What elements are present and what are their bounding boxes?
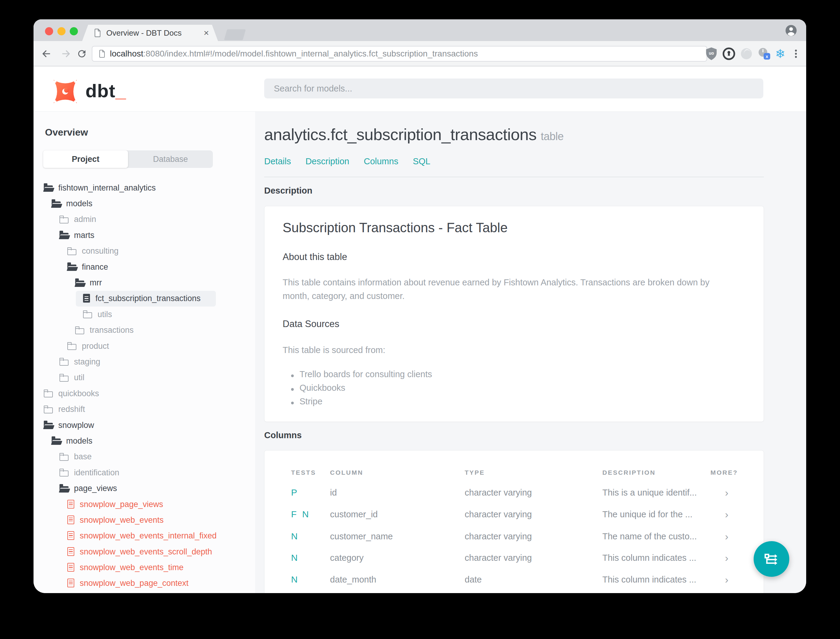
tree-item-base[interactable]: base — [33, 449, 255, 465]
url-bar[interactable]: localhost:8080/index.html#!/model/model.… — [92, 46, 707, 62]
dbt-logo[interactable]: dbt_ — [52, 78, 126, 105]
tree-item-fct_subscription_transactions[interactable]: fct_subscription_transactions — [76, 291, 216, 307]
tree-item-snowplow_web_page_context[interactable]: snowplow_web_page_context — [33, 575, 255, 591]
folder-open-icon — [52, 202, 61, 208]
model-file-red-icon — [67, 531, 74, 540]
folder-closed-icon — [75, 328, 84, 334]
tree-item-utils[interactable]: utils — [33, 307, 255, 322]
browser-window: Overview - DBT Docs × — [33, 19, 806, 593]
power-extension-icon[interactable]: x — [757, 46, 771, 61]
nav-columns[interactable]: Columns — [364, 156, 398, 166]
tree-item-fishtown_internal_analytics[interactable]: fishtown_internal_analytics — [33, 180, 255, 196]
tree-item-mrr[interactable]: mrr — [33, 275, 255, 291]
ublock-origin-icon[interactable]: uo — [704, 46, 719, 61]
column-description: The name of the custo... — [602, 530, 710, 542]
sidebar-overview-link[interactable]: Overview — [45, 127, 88, 138]
col-header-column: COLUMN — [330, 469, 465, 476]
svg-text:x: x — [766, 54, 769, 59]
folder-closed-icon — [83, 312, 92, 318]
tree-item-finance[interactable]: finance — [33, 259, 255, 275]
column-type: character varying — [465, 530, 602, 542]
expand-chevron-icon[interactable]: › — [710, 508, 751, 520]
tree-item-marts[interactable]: marts — [33, 227, 255, 243]
lineage-graph-button[interactable] — [754, 541, 789, 577]
tree-item-snowplow[interactable]: snowplow — [33, 417, 255, 433]
model-nav: Details Description Columns SQL — [264, 156, 806, 166]
forward-arrow-icon — [60, 48, 72, 59]
new-tab-button[interactable] — [224, 29, 246, 40]
tree-item-page_views[interactable]: page_views — [33, 480, 255, 496]
content-area: Overview Project Database fishtown_inter… — [33, 112, 806, 593]
zoom-window-button[interactable] — [70, 27, 78, 35]
column-description: The unique id for the ... — [602, 508, 710, 520]
about-heading: About this table — [283, 251, 347, 262]
tests-badge: N — [291, 574, 330, 585]
folder-open-icon — [75, 281, 84, 287]
column-description: This column indicates ... — [602, 552, 710, 564]
back-button[interactable] — [40, 48, 52, 60]
snowflake-extension-icon[interactable]: ❄ — [773, 46, 788, 61]
tests-badge: P — [291, 486, 330, 499]
browser-tab[interactable]: Overview - DBT Docs × — [82, 25, 218, 41]
tree-item-snowplow_page_views[interactable]: snowplow_page_views — [33, 496, 255, 512]
tree-item-snowplow_web_events[interactable]: snowplow_web_events — [33, 512, 255, 528]
tree-item-consulting[interactable]: consulting — [33, 243, 255, 259]
tab-close-icon[interactable]: × — [203, 29, 209, 37]
nav-details[interactable]: Details — [264, 156, 291, 166]
tree-item-snowplow_web_events_internal_fixed[interactable]: snowplow_web_events_internal_fixed — [33, 528, 255, 544]
folder-open-icon — [44, 185, 53, 192]
tree-item-product[interactable]: product — [33, 338, 255, 354]
expand-chevron-icon[interactable]: › — [710, 574, 751, 585]
tree-item-admin[interactable]: admin — [33, 212, 255, 227]
tests-badge: N — [291, 530, 330, 542]
reload-button[interactable] — [76, 48, 88, 60]
folder-open-icon — [59, 233, 68, 239]
close-window-button[interactable] — [45, 27, 53, 35]
folder-open-icon — [44, 423, 53, 429]
tree-item-staging[interactable]: staging — [33, 354, 255, 370]
column-type: date — [465, 574, 602, 585]
page-icon — [98, 49, 106, 58]
folder-closed-icon — [59, 218, 68, 224]
tree-item-util[interactable]: util — [33, 370, 255, 386]
model-file-red-icon — [67, 500, 74, 509]
expand-chevron-icon[interactable]: › — [710, 552, 751, 564]
table-row-customer_id[interactable]: F N customer_id character varying The un… — [291, 508, 751, 520]
table-row-category[interactable]: N category character varying This column… — [291, 552, 751, 564]
minimize-window-button[interactable] — [57, 27, 65, 35]
dbt-logo-icon — [52, 78, 79, 105]
tab-project[interactable]: Project — [43, 150, 128, 168]
loop-extension-icon[interactable] — [739, 46, 754, 61]
data-sources-intro: This table is sourced from: — [283, 345, 385, 355]
tree-item-snowplow_web_events_time[interactable]: snowplow_web_events_time — [33, 560, 255, 575]
tab-database[interactable]: Database — [128, 150, 213, 168]
tree-item-models[interactable]: models — [33, 196, 255, 211]
folder-closed-icon — [67, 249, 76, 255]
forward-button[interactable] — [60, 48, 72, 60]
nav-sql[interactable]: SQL — [413, 156, 430, 166]
tree-item-identification[interactable]: identification — [33, 465, 255, 480]
expand-chevron-icon[interactable]: › — [710, 530, 751, 542]
tree-item-redshift[interactable]: redshift — [33, 401, 255, 417]
description-section-heading: Description — [264, 186, 806, 196]
expand-chevron-icon[interactable]: › — [710, 486, 751, 499]
columns-card: TESTS COLUMN TYPE DESCRIPTION MORE? P id… — [264, 450, 764, 593]
tree-item-quickbooks[interactable]: quickbooks — [33, 386, 255, 401]
file-tree: fishtown_internal_analytics models admin… — [33, 180, 255, 591]
browser-profile-avatar[interactable] — [784, 24, 798, 37]
table-row-id[interactable]: P id character varying This is a unique … — [291, 486, 751, 499]
table-row-customer_name[interactable]: N customer_name character varying The na… — [291, 530, 751, 542]
table-row-date_month[interactable]: N date_month date This column indicates … — [291, 574, 751, 585]
folder-closed-icon — [59, 376, 68, 382]
search-input[interactable] — [264, 78, 763, 99]
model-file-red-icon — [67, 579, 74, 587]
tree-item-snowplow-models[interactable]: models — [33, 433, 255, 449]
url-host: localhost — [110, 49, 143, 58]
tree-item-snowplow_web_events_scroll_depth[interactable]: snowplow_web_events_scroll_depth — [33, 544, 255, 560]
tree-item-transactions[interactable]: transactions — [33, 323, 255, 338]
column-description: This is a unique identif... — [602, 486, 710, 499]
column-name: customer_name — [330, 530, 465, 542]
browser-menu-kebab-icon[interactable] — [789, 46, 803, 61]
nav-description[interactable]: Description — [306, 156, 349, 166]
onepassword-icon[interactable] — [722, 46, 736, 61]
